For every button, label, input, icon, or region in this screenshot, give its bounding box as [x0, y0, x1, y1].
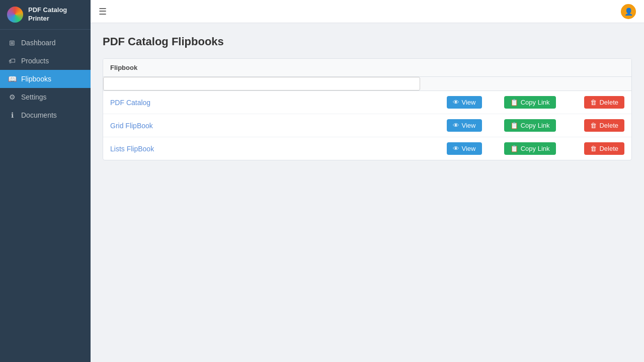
sidebar-item-label: Documents [21, 111, 57, 119]
eye-icon: 👁 [453, 99, 459, 106]
flipbooks-table: Flipbook [103, 59, 631, 160]
view-button[interactable]: 👁 View [447, 119, 482, 132]
main-content: PDF Catalog Flipbooks Flipbook [91, 23, 644, 362]
sidebar-item-label: Products [21, 57, 49, 65]
sidebar-item-products[interactable]: 🏷 Products [0, 52, 91, 70]
delete-button[interactable]: 🗑 Delete [584, 119, 624, 132]
copy-icon: 📋 [510, 99, 518, 106]
copy-label: Copy Link [521, 122, 550, 129]
copy-icon: 📋 [510, 122, 518, 129]
copy-label: Copy Link [521, 145, 550, 152]
sidebar: PDF Catalog Printer ⊞ Dashboard 🏷 Produc… [0, 0, 91, 362]
menu-toggle[interactable]: ☰ [99, 6, 107, 17]
dashboard-icon: ⊞ [8, 39, 16, 47]
copy-icon: 📋 [510, 145, 518, 152]
view-label: View [462, 99, 476, 106]
sidebar-item-label: Flipbooks [21, 75, 51, 83]
documents-icon: ℹ [8, 111, 16, 119]
delete-button[interactable]: 🗑 Delete [584, 142, 624, 155]
eye-icon: 👁 [453, 145, 459, 152]
trash-icon: 🗑 [590, 99, 597, 106]
col-header-copy [489, 59, 563, 77]
sidebar-item-dashboard[interactable]: ⊞ Dashboard [0, 34, 91, 52]
topbar: ☰ 👤 [91, 0, 644, 23]
col-header-flipbook: Flipbook [103, 59, 420, 77]
sidebar-item-label: Dashboard [21, 39, 56, 47]
delete-button[interactable]: 🗑 Delete [584, 96, 624, 109]
copy-link-button[interactable]: 📋 Copy Link [504, 142, 556, 155]
copy-link-button[interactable]: 📋 Copy Link [504, 96, 556, 109]
sidebar-item-flipbooks[interactable]: 📖 Flipbooks [0, 70, 91, 88]
page-title: PDF Catalog Flipbooks [103, 35, 632, 48]
table-body: PDF Catalog 👁 View 📋 Copy Link [103, 91, 631, 160]
table-row: PDF Catalog 👁 View 📋 Copy Link [103, 91, 631, 114]
sidebar-item-documents[interactable]: ℹ Documents [0, 106, 91, 124]
copy-link-button[interactable]: 📋 Copy Link [504, 119, 556, 132]
eye-icon: 👁 [453, 122, 459, 129]
view-label: View [462, 122, 476, 129]
app-title: PDF Catalog Printer [28, 6, 84, 23]
table-row: Grid FlipBook 👁 View 📋 Copy Link [103, 114, 631, 137]
trash-icon: 🗑 [590, 122, 597, 129]
view-button[interactable]: 👁 View [447, 142, 482, 155]
sidebar-item-settings[interactable]: ⚙ Settings [0, 88, 91, 106]
delete-label: Delete [599, 122, 618, 129]
delete-label: Delete [599, 145, 618, 152]
table-header-row: Flipbook [103, 59, 631, 77]
table-search-row [103, 77, 631, 91]
copy-label: Copy Link [521, 99, 550, 106]
flipbooks-icon: 📖 [8, 75, 16, 83]
settings-icon: ⚙ [8, 93, 16, 101]
table-row: Lists FlipBook 👁 View 📋 Copy Link [103, 137, 631, 160]
search-input[interactable] [103, 77, 420, 90]
trash-icon: 🗑 [590, 145, 597, 152]
flipbook-name: Lists FlipBook [110, 145, 154, 153]
app-logo [7, 7, 23, 23]
view-button[interactable]: 👁 View [447, 96, 482, 109]
flipbook-name: Grid FlipBook [110, 122, 153, 130]
user-avatar[interactable]: 👤 [621, 4, 636, 19]
col-header-delete [563, 59, 632, 77]
view-label: View [462, 145, 476, 152]
products-icon: 🏷 [8, 57, 16, 65]
flipbook-name: PDF Catalog [110, 99, 150, 107]
sidebar-header: PDF Catalog Printer [0, 0, 91, 30]
sidebar-nav: ⊞ Dashboard 🏷 Products 📖 Flipbooks ⚙ Set… [0, 30, 91, 128]
sidebar-item-label: Settings [21, 93, 47, 101]
flipbooks-table-container: Flipbook [103, 58, 632, 160]
delete-label: Delete [599, 99, 618, 106]
col-header-view [420, 59, 489, 77]
